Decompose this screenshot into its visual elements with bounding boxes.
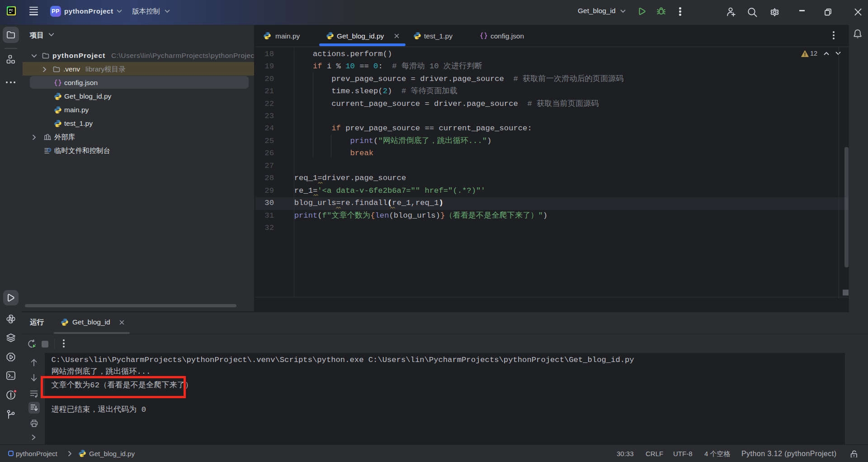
- svg-text:PC: PC: [9, 9, 13, 12]
